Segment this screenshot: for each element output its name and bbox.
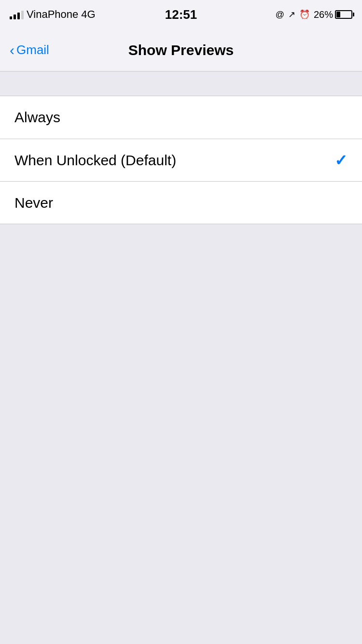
option-always-label: Always [14, 109, 60, 126]
email-status-icon: @ [276, 10, 284, 20]
battery-percentage: 26% [314, 9, 333, 20]
nav-bar: ‹ Gmail Show Previews [0, 29, 362, 72]
location-icon: ↗ [288, 9, 295, 20]
status-time: 12:51 [165, 7, 197, 22]
option-when-unlocked-label: When Unlocked (Default) [14, 152, 176, 169]
battery-icon [335, 10, 352, 19]
battery-container: 26% [314, 9, 352, 20]
selected-checkmark-icon: ✓ [334, 151, 348, 170]
carrier-name: VinaPhone [27, 8, 78, 21]
signal-bars-icon [10, 10, 24, 19]
back-chevron-icon: ‹ [10, 43, 14, 57]
network-type: 4G [81, 8, 95, 21]
status-bar: VinaPhone 4G 12:51 @ ↗ ⏰ 26% [0, 0, 362, 29]
back-label: Gmail [16, 43, 49, 57]
back-button[interactable]: ‹ Gmail [10, 43, 49, 57]
section-spacer-top [0, 72, 362, 96]
status-right: @ ↗ ⏰ 26% [276, 9, 352, 20]
status-left: VinaPhone 4G [10, 8, 96, 21]
options-list: Always When Unlocked (Default) ✓ Never [0, 96, 362, 224]
alarm-icon: ⏰ [299, 9, 310, 20]
option-always[interactable]: Always [0, 96, 362, 139]
option-when-unlocked[interactable]: When Unlocked (Default) ✓ [0, 139, 362, 181]
page-title: Show Previews [128, 42, 234, 58]
option-never[interactable]: Never [0, 181, 362, 224]
bottom-area [0, 224, 362, 562]
option-never-label: Never [14, 195, 53, 211]
